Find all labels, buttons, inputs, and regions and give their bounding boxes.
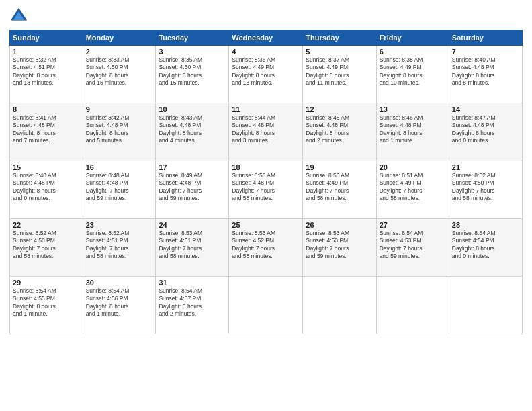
calendar-cell: 9Sunrise: 8:42 AM Sunset: 4:48 PM Daylig… (83, 103, 156, 161)
day-number: 8 (13, 105, 80, 113)
calendar-cell: 13Sunrise: 8:46 AM Sunset: 4:48 PM Dayli… (376, 103, 449, 161)
day-info: Sunrise: 8:37 AM Sunset: 4:49 PM Dayligh… (306, 56, 373, 87)
day-number: 11 (232, 105, 300, 113)
calendar-cell: 1Sunrise: 8:32 AM Sunset: 4:51 PM Daylig… (10, 46, 83, 103)
day-info: Sunrise: 8:43 AM Sunset: 4:48 PM Dayligh… (159, 114, 226, 145)
day-info: Sunrise: 8:54 AM Sunset: 4:55 PM Dayligh… (13, 287, 80, 318)
day-info: Sunrise: 8:47 AM Sunset: 4:48 PM Dayligh… (452, 114, 519, 145)
calendar: SundayMondayTuesdayWednesdayThursdayFrid… (9, 30, 523, 334)
day-info: Sunrise: 8:36 AM Sunset: 4:49 PM Dayligh… (232, 56, 300, 87)
calendar-cell: 26Sunrise: 8:53 AM Sunset: 4:53 PM Dayli… (303, 219, 376, 277)
day-info: Sunrise: 8:52 AM Sunset: 4:51 PM Dayligh… (86, 230, 153, 261)
day-info: Sunrise: 8:32 AM Sunset: 4:51 PM Dayligh… (13, 56, 80, 87)
day-info: Sunrise: 8:38 AM Sunset: 4:49 PM Dayligh… (380, 56, 446, 87)
day-number: 30 (86, 279, 153, 287)
calendar-cell: 28Sunrise: 8:54 AM Sunset: 4:54 PM Dayli… (449, 219, 522, 277)
day-info: Sunrise: 8:54 AM Sunset: 4:56 PM Dayligh… (86, 287, 153, 318)
day-of-week-saturday: Saturday (449, 30, 522, 46)
day-number: 29 (13, 279, 80, 287)
logo (9, 7, 31, 26)
day-info: Sunrise: 8:50 AM Sunset: 4:49 PM Dayligh… (306, 172, 373, 203)
calendar-cell (229, 277, 303, 334)
header (9, 7, 523, 26)
calendar-cell: 21Sunrise: 8:52 AM Sunset: 4:50 PM Dayli… (449, 161, 522, 219)
calendar-cell: 18Sunrise: 8:50 AM Sunset: 4:48 PM Dayli… (229, 161, 303, 219)
day-of-week-thursday: Thursday (303, 30, 376, 46)
calendar-cell: 25Sunrise: 8:53 AM Sunset: 4:52 PM Dayli… (229, 219, 303, 277)
day-number: 5 (306, 48, 373, 56)
week-row-3: 15Sunrise: 8:48 AM Sunset: 4:48 PM Dayli… (10, 161, 523, 219)
day-info: Sunrise: 8:48 AM Sunset: 4:48 PM Dayligh… (13, 172, 80, 203)
day-number: 1 (13, 48, 80, 56)
calendar-cell: 14Sunrise: 8:47 AM Sunset: 4:48 PM Dayli… (449, 103, 522, 161)
day-of-week-tuesday: Tuesday (156, 30, 229, 46)
day-number: 25 (232, 221, 300, 229)
day-info: Sunrise: 8:52 AM Sunset: 4:50 PM Dayligh… (13, 230, 80, 261)
day-number: 16 (86, 163, 153, 171)
day-number: 26 (306, 221, 373, 229)
day-number: 4 (232, 48, 300, 56)
day-info: Sunrise: 8:53 AM Sunset: 4:53 PM Dayligh… (306, 230, 373, 261)
day-info: Sunrise: 8:49 AM Sunset: 4:48 PM Dayligh… (159, 172, 226, 203)
day-number: 31 (159, 279, 226, 287)
day-number: 23 (86, 221, 153, 229)
day-info: Sunrise: 8:44 AM Sunset: 4:48 PM Dayligh… (232, 114, 300, 145)
day-number: 13 (380, 105, 446, 113)
day-number: 7 (452, 48, 519, 56)
calendar-cell (376, 277, 449, 334)
day-info: Sunrise: 8:41 AM Sunset: 4:48 PM Dayligh… (13, 114, 80, 145)
day-of-week-monday: Monday (83, 30, 156, 46)
calendar-cell: 5Sunrise: 8:37 AM Sunset: 4:49 PM Daylig… (303, 46, 376, 103)
day-info: Sunrise: 8:54 AM Sunset: 4:53 PM Dayligh… (380, 230, 446, 261)
day-info: Sunrise: 8:53 AM Sunset: 4:51 PM Dayligh… (159, 230, 226, 261)
day-number: 24 (159, 221, 226, 229)
day-info: Sunrise: 8:53 AM Sunset: 4:52 PM Dayligh… (232, 230, 300, 261)
calendar-cell: 11Sunrise: 8:44 AM Sunset: 4:48 PM Dayli… (229, 103, 303, 161)
calendar-cell: 4Sunrise: 8:36 AM Sunset: 4:49 PM Daylig… (229, 46, 303, 103)
day-number: 14 (452, 105, 519, 113)
calendar-cell (303, 277, 376, 334)
day-number: 6 (380, 48, 446, 56)
week-row-1: 1Sunrise: 8:32 AM Sunset: 4:51 PM Daylig… (10, 46, 523, 103)
calendar-cell: 2Sunrise: 8:33 AM Sunset: 4:50 PM Daylig… (83, 46, 156, 103)
calendar-cell (449, 277, 522, 334)
calendar-cell: 30Sunrise: 8:54 AM Sunset: 4:56 PM Dayli… (83, 277, 156, 334)
calendar-cell: 20Sunrise: 8:51 AM Sunset: 4:49 PM Dayli… (376, 161, 449, 219)
day-number: 19 (306, 163, 373, 171)
day-info: Sunrise: 8:33 AM Sunset: 4:50 PM Dayligh… (86, 56, 153, 87)
calendar-cell: 16Sunrise: 8:48 AM Sunset: 4:48 PM Dayli… (83, 161, 156, 219)
day-number: 9 (86, 105, 153, 113)
day-number: 3 (159, 48, 226, 56)
day-info: Sunrise: 8:46 AM Sunset: 4:48 PM Dayligh… (380, 114, 446, 145)
day-number: 10 (159, 105, 226, 113)
calendar-header: SundayMondayTuesdayWednesdayThursdayFrid… (10, 30, 523, 46)
calendar-cell: 3Sunrise: 8:35 AM Sunset: 4:50 PM Daylig… (156, 46, 229, 103)
calendar-cell: 24Sunrise: 8:53 AM Sunset: 4:51 PM Dayli… (156, 219, 229, 277)
day-of-week-friday: Friday (376, 30, 449, 46)
calendar-cell: 31Sunrise: 8:54 AM Sunset: 4:57 PM Dayli… (156, 277, 229, 334)
calendar-cell: 12Sunrise: 8:45 AM Sunset: 4:48 PM Dayli… (303, 103, 376, 161)
day-number: 15 (13, 163, 80, 171)
calendar-cell: 23Sunrise: 8:52 AM Sunset: 4:51 PM Dayli… (83, 219, 156, 277)
header-row: SundayMondayTuesdayWednesdayThursdayFrid… (10, 30, 523, 46)
calendar-cell: 22Sunrise: 8:52 AM Sunset: 4:50 PM Dayli… (10, 219, 83, 277)
calendar-cell: 19Sunrise: 8:50 AM Sunset: 4:49 PM Dayli… (303, 161, 376, 219)
day-info: Sunrise: 8:54 AM Sunset: 4:57 PM Dayligh… (159, 287, 226, 318)
day-info: Sunrise: 8:52 AM Sunset: 4:50 PM Dayligh… (452, 172, 519, 203)
day-info: Sunrise: 8:35 AM Sunset: 4:50 PM Dayligh… (159, 56, 226, 87)
day-number: 27 (380, 221, 446, 229)
day-info: Sunrise: 8:50 AM Sunset: 4:48 PM Dayligh… (232, 172, 300, 203)
calendar-cell: 10Sunrise: 8:43 AM Sunset: 4:48 PM Dayli… (156, 103, 229, 161)
week-row-5: 29Sunrise: 8:54 AM Sunset: 4:55 PM Dayli… (10, 277, 523, 334)
day-info: Sunrise: 8:48 AM Sunset: 4:48 PM Dayligh… (86, 172, 153, 203)
calendar-cell: 7Sunrise: 8:40 AM Sunset: 4:48 PM Daylig… (449, 46, 522, 103)
calendar-cell: 27Sunrise: 8:54 AM Sunset: 4:53 PM Dayli… (376, 219, 449, 277)
week-row-4: 22Sunrise: 8:52 AM Sunset: 4:50 PM Dayli… (10, 219, 523, 277)
day-info: Sunrise: 8:54 AM Sunset: 4:54 PM Dayligh… (452, 230, 519, 261)
day-number: 21 (452, 163, 519, 171)
calendar-cell: 29Sunrise: 8:54 AM Sunset: 4:55 PM Dayli… (10, 277, 83, 334)
day-info: Sunrise: 8:51 AM Sunset: 4:49 PM Dayligh… (380, 172, 446, 203)
page: SundayMondayTuesdayWednesdayThursdayFrid… (0, 0, 532, 411)
calendar-cell: 6Sunrise: 8:38 AM Sunset: 4:49 PM Daylig… (376, 46, 449, 103)
day-number: 12 (306, 105, 373, 113)
